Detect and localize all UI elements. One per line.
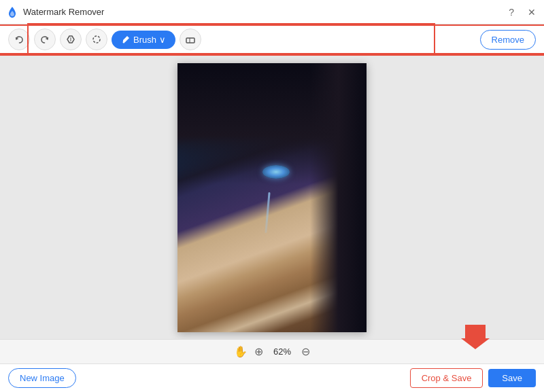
main-image — [177, 63, 367, 332]
lasso-button[interactable] — [86, 29, 107, 50]
app-title: Watermark Remover — [23, 7, 104, 17]
help-button[interactable]: ? — [506, 5, 517, 19]
brush-chevron: ∨ — [159, 35, 166, 45]
brush-button[interactable]: Brush ∨ — [112, 31, 175, 49]
svg-point-2 — [123, 41, 125, 43]
smart-selection-icon — [65, 34, 76, 45]
canvas-area — [0, 56, 544, 339]
eraser-button[interactable] — [180, 29, 201, 50]
logo-icon — [5, 5, 19, 19]
new-image-button[interactable]: New Image — [8, 368, 76, 388]
status-bar: ✋ ⊕ 62% ⊖ — [0, 339, 544, 363]
zoom-in-icon[interactable]: ⊕ — [254, 345, 263, 358]
svg-point-1 — [93, 36, 100, 43]
toolbar-right: Remove — [475, 30, 536, 50]
lasso-icon — [91, 34, 102, 45]
hand-tool-icon[interactable]: ✋ — [234, 345, 248, 358]
title-controls: ? ✕ — [506, 5, 539, 19]
eraser-icon — [185, 34, 196, 45]
svg-rect-3 — [186, 38, 194, 43]
title-bar: Watermark Remover ? ✕ — [0, 0, 544, 24]
redo-icon — [39, 34, 50, 45]
app-logo: Watermark Remover — [5, 5, 104, 19]
redo-button[interactable] — [34, 29, 56, 50]
crop-save-button[interactable]: Crop & Save — [410, 368, 483, 388]
brush-label: Brush — [133, 35, 156, 45]
toolbar: Brush ∨ Remove — [0, 24, 544, 56]
zoom-percent: 62% — [270, 346, 294, 357]
svg-marker-5 — [461, 325, 490, 349]
smart-selection-button[interactable] — [60, 29, 82, 50]
image-container — [177, 63, 367, 332]
tear-streak — [265, 192, 270, 233]
undo-button[interactable] — [8, 29, 30, 50]
zoom-controls: ✋ ⊕ 62% ⊖ — [234, 345, 310, 358]
arrow-indicator — [461, 321, 490, 352]
undo-icon — [14, 34, 24, 45]
close-button[interactable]: ✕ — [525, 5, 539, 19]
down-arrow-icon — [461, 321, 490, 349]
brush-icon — [121, 35, 131, 44]
save-button[interactable]: Save — [488, 369, 536, 387]
eye-detail — [262, 165, 290, 179]
hair-overlay-right — [310, 63, 367, 332]
remove-button[interactable]: Remove — [480, 30, 536, 50]
zoom-out-icon[interactable]: ⊖ — [301, 345, 310, 358]
bottom-bar: New Image Crop & Save Save — [0, 363, 544, 392]
